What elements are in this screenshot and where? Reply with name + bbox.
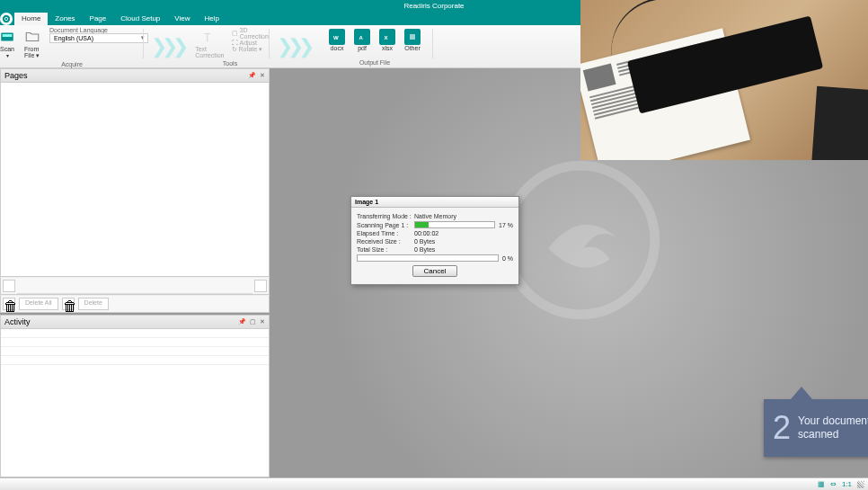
svg-point-0 xyxy=(3,15,10,22)
trash-icon-2[interactable]: 🗑 xyxy=(62,298,75,310)
view-fit-icon[interactable]: ⇔ xyxy=(830,480,837,488)
svg-text:X: X xyxy=(385,35,388,40)
text-icon: T xyxy=(201,29,217,45)
chevron-divider-2: ❯❯❯ xyxy=(270,35,316,58)
app-logo[interactable] xyxy=(0,13,13,25)
from-file-button[interactable]: From File ▾ xyxy=(21,27,44,61)
tab-cloud-setup[interactable]: Cloud Setup xyxy=(113,13,167,25)
step-number: 2 xyxy=(773,412,791,444)
output-other-button[interactable]: Other xyxy=(401,27,424,53)
pin-icon[interactable]: 📌 xyxy=(238,318,246,325)
output-xlsx-button[interactable]: X xlsx xyxy=(376,27,399,53)
output-pdf-button[interactable]: A pdf xyxy=(350,27,374,53)
doc-language-select[interactable]: English (USA) xyxy=(49,33,148,43)
left-panels: Pages 📌✕ 🗑 Delete All 🗑 Delete Activity … xyxy=(0,68,270,477)
svg-text:T: T xyxy=(204,31,211,44)
pages-toolbar xyxy=(0,277,270,295)
svg-text:A: A xyxy=(359,35,364,40)
activity-panel-header[interactable]: Activity 📌▢✕ xyxy=(0,315,270,329)
dialog-title[interactable]: Image 1 xyxy=(351,197,518,208)
trash-icon[interactable]: 🗑 xyxy=(3,298,15,310)
pin-icon[interactable]: 📌 xyxy=(248,72,256,79)
adjust-button[interactable]: ⛶Adjust xyxy=(232,40,269,46)
tab-zones[interactable]: Zones xyxy=(48,13,82,25)
thumb-next-button[interactable] xyxy=(254,280,267,292)
pages-panel-body xyxy=(0,83,270,277)
scan-button[interactable]: Scan ▾ xyxy=(0,27,19,60)
resize-grip[interactable] xyxy=(857,481,864,488)
svg-rect-2 xyxy=(3,34,13,37)
xlsx-icon: X xyxy=(379,29,395,45)
status-bar: ▦ ⇔ 1:1 xyxy=(0,477,868,490)
watermark-logo xyxy=(500,159,661,321)
pages-panel-header[interactable]: Pages 📌✕ xyxy=(0,68,270,83)
thumb-prev-button[interactable] xyxy=(3,280,15,292)
activity-panel-body xyxy=(0,329,270,477)
cancel-button[interactable]: Cancel xyxy=(412,265,458,277)
scanner-photo-overlay xyxy=(580,0,868,160)
tab-home[interactable]: Home xyxy=(14,13,48,25)
rotate-button[interactable]: ↻Rotate ▾ xyxy=(232,46,269,53)
maximize-icon[interactable]: ▢ xyxy=(250,318,256,325)
text-correction-button[interactable]: T Text Correction xyxy=(191,27,227,60)
page-progress-bar xyxy=(414,221,495,228)
scan-progress-dialog: Image 1 Transferring Mode :Native Memory… xyxy=(350,196,519,285)
close-icon[interactable]: ✕ xyxy=(260,318,265,325)
tab-page[interactable]: Page xyxy=(83,13,114,25)
zoom-label[interactable]: 1:1 xyxy=(842,480,852,488)
chevron-divider: ❯❯❯ xyxy=(144,35,190,58)
docx-icon: W xyxy=(329,29,345,45)
scanner-icon xyxy=(0,29,15,45)
app-title: Readiris Corporate xyxy=(403,2,464,10)
view-layout-icon[interactable]: ▦ xyxy=(818,480,825,488)
step-callout: 2 Your document is being scanned xyxy=(764,399,868,457)
tab-help[interactable]: Help xyxy=(198,13,226,25)
overall-progress-bar xyxy=(357,254,499,262)
delete-button[interactable]: Delete xyxy=(78,298,109,310)
doc-language-label: Document Language xyxy=(49,27,148,33)
3d-correction-button[interactable]: ▢3D Correction xyxy=(232,27,269,40)
pdf-icon: A xyxy=(354,29,370,45)
svg-rect-7 xyxy=(410,34,415,40)
step-text: Your document is being scanned xyxy=(798,414,868,441)
folder-icon xyxy=(24,29,40,45)
output-docx-button[interactable]: W docx xyxy=(325,27,349,53)
other-icon xyxy=(404,29,421,45)
delete-all-button[interactable]: Delete All xyxy=(19,298,58,310)
svg-text:W: W xyxy=(333,35,339,40)
tab-view[interactable]: View xyxy=(167,13,197,25)
close-icon[interactable]: ✕ xyxy=(260,72,265,79)
